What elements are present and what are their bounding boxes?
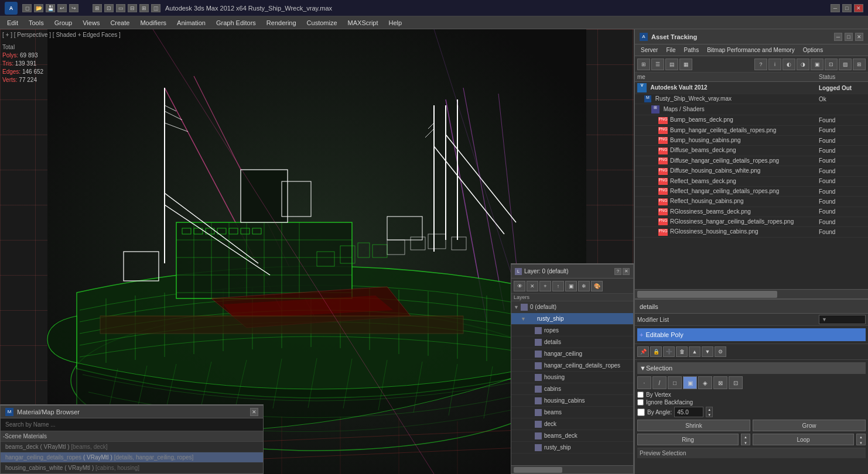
shrink-btn[interactable]: Shrink [637,420,750,431]
sel-element-btn[interactable]: ◈ [698,376,712,389]
at-row-png-1[interactable]: PNGBump_hangar_ceiling_details_ropes.png… [635,126,868,136]
menu-help[interactable]: Help [384,18,407,28]
menu-create[interactable]: Create [105,18,134,28]
x5[interactable]: ⊟ [128,4,137,12]
mod-tool-delete[interactable]: 🗑 [676,346,688,357]
menu-animation[interactable]: Animation [172,18,210,28]
material-browser-search-input[interactable] [5,421,258,428]
save-btn[interactable]: 💾 [46,4,55,12]
at-minimize-btn[interactable]: ─ [834,33,842,41]
at-row-png-0[interactable]: PNGBump_beams_deck.png Found [635,115,868,125]
layer-tool-color[interactable]: 🎨 [591,281,603,291]
layer-row-beams-deck[interactable]: beams_deck [511,430,633,442]
layers-scrollbar[interactable] [511,465,633,473]
at-row-png-11[interactable]: PNGRGlossiness_housing_cabins.png Found [635,227,868,237]
at-tool-render1[interactable]: ◐ [782,59,795,70]
layer-row-default[interactable]: ▼ 0 (default) [511,301,633,313]
menu-maxscript[interactable]: MAXScript [343,18,383,28]
close-btn[interactable]: ✕ [854,4,863,12]
at-tool-help[interactable]: ? [754,59,767,70]
at-tool-1[interactable]: ⊞ [637,59,650,70]
at-maximize-btn[interactable]: □ [845,33,853,41]
menu-tools[interactable]: Tools [24,18,49,28]
x4[interactable]: ▭ [116,4,125,12]
at-row-png-10[interactable]: PNGRGlossiness_hangar_ceiling_details_ro… [635,217,868,227]
layer-row-beams[interactable]: beams [511,407,633,418]
layer-row-housing[interactable]: housing [511,372,633,383]
ring-spinner[interactable]: ▲ ▼ [741,434,750,445]
at-row-png-4[interactable]: PNGDiffuse_hangar_ceiling_details_ropes.… [635,156,868,166]
menu-graph-editors[interactable]: Graph Editors [211,18,261,28]
at-menu-bitmap[interactable]: Bitmap Performance and Memory [703,46,798,54]
mod-tool-pin[interactable]: 📌 [637,346,649,357]
sel-extra2-btn[interactable]: ⊡ [729,376,743,389]
minimize-btn[interactable]: ─ [831,4,840,12]
material-item-0[interactable]: beams_deck ( VRayMtl ) [beams, deck] [1,442,263,452]
at-tool-info[interactable]: i [768,59,781,70]
at-tool-render5[interactable]: ▨ [839,59,852,70]
at-tool-2[interactable]: ☰ [651,59,664,70]
angle-input[interactable] [674,407,703,417]
material-item-2[interactable]: housing_cabins_white ( VRayMtl ) [cabins… [1,463,263,473]
mod-tool-add[interactable]: ➕ [663,346,675,357]
at-row-maxfile[interactable]: M Rusty_Ship_Wreck_vray.max Ok [635,94,868,104]
by-vertex-checkbox[interactable] [637,391,644,398]
layers-help-btn[interactable]: ? [614,268,621,275]
layers-list[interactable]: ▼ 0 (default) ▼ rusty_ship ropes details… [511,301,633,465]
layer-tool-add[interactable]: + [539,281,551,291]
by-angle-checkbox[interactable] [637,408,645,416]
new-btn[interactable]: ◻ [22,4,32,12]
angle-spinner[interactable]: ▲ ▼ [706,407,713,417]
mod-tool-lock[interactable]: 🔒 [650,346,662,357]
layer-row-details[interactable]: details [511,336,633,348]
modifier-editable-poly[interactable]: Editable Poly [637,328,866,341]
menu-group[interactable]: Group [50,18,77,28]
layers-close-btn[interactable]: ✕ [623,268,630,275]
at-menu-file[interactable]: File [662,46,679,54]
at-menu-options[interactable]: Options [799,46,826,54]
at-scroll-thumb[interactable] [637,291,777,298]
redo-btn[interactable]: ↪ [69,4,78,12]
layer-row-deck[interactable]: deck [511,418,633,430]
layer-row-housing-cabins[interactable]: housing_cabins [511,395,633,407]
sel-border-btn[interactable]: □ [668,376,682,389]
layer-row-rusty-ship[interactable]: ▼ rusty_ship [511,313,633,325]
material-item-1[interactable]: hangar_ceiling_details_ropes ( VRayMtl )… [1,452,263,463]
at-table[interactable]: V Autodesk Vault 2012 Logged Out M Rusty… [635,82,868,289]
ring-btn[interactable]: Ring [637,434,739,445]
at-menu-paths[interactable]: Paths [681,46,703,54]
at-tool-render3[interactable]: ▣ [811,59,823,70]
at-tool-render2[interactable]: ◑ [797,59,809,70]
at-tool-render6[interactable]: ⊞ [853,59,866,70]
sel-vertex-btn[interactable]: · [637,376,651,389]
layer-row-cabins[interactable]: cabins [511,383,633,395]
x7[interactable]: ◫ [151,4,160,12]
menu-edit[interactable]: Edit [2,18,23,28]
x2[interactable]: ⊞ [93,4,102,12]
material-browser-close-btn[interactable]: ✕ [250,408,258,416]
grow-btn[interactable]: Grow [753,420,866,431]
at-row-png-3[interactable]: PNGDiffuse_beams_deck.png Found [635,146,868,156]
layer-tool-render[interactable]: ▣ [565,281,577,291]
mod-tool-down[interactable]: ▼ [702,346,713,357]
at-menu-server[interactable]: Server [637,46,661,54]
selection-section-title[interactable]: ▼ Selection [637,362,866,374]
at-scrollbar[interactable] [635,289,868,298]
layer-tool-freeze[interactable]: ❄ [578,281,590,291]
layer-row-hangar-ceiling-details[interactable]: hangar_ceiling_details_ropes [511,360,633,372]
layers-scroll-thumb[interactable] [514,467,562,473]
sel-poly-btn[interactable]: ▣ [683,376,697,389]
at-tool-3[interactable]: ▤ [665,59,678,70]
at-row-png-6[interactable]: PNGReflect_beams_deck.png Found [635,177,868,187]
layer-row-hangar-ceiling[interactable]: hangar_ceiling [511,348,633,360]
at-row-vault[interactable]: V Autodesk Vault 2012 Logged Out [635,82,868,94]
at-row-png-8[interactable]: PNGReflect_housing_cabins.png Found [635,197,868,207]
at-row-png-5[interactable]: PNGDiffuse_housing_cabins_white.png Foun… [635,166,868,176]
at-tool-4[interactable]: ▦ [679,59,692,70]
x6[interactable]: ⊞ [139,4,149,12]
sel-edge-btn[interactable]: / [652,376,667,389]
layer-tool-move[interactable]: ↑ [552,281,564,291]
sel-extra1-btn[interactable]: ⊠ [713,376,727,389]
layer-row-ropes[interactable]: ropes [511,325,633,336]
layer-tool-eye[interactable]: 👁 [514,281,525,291]
